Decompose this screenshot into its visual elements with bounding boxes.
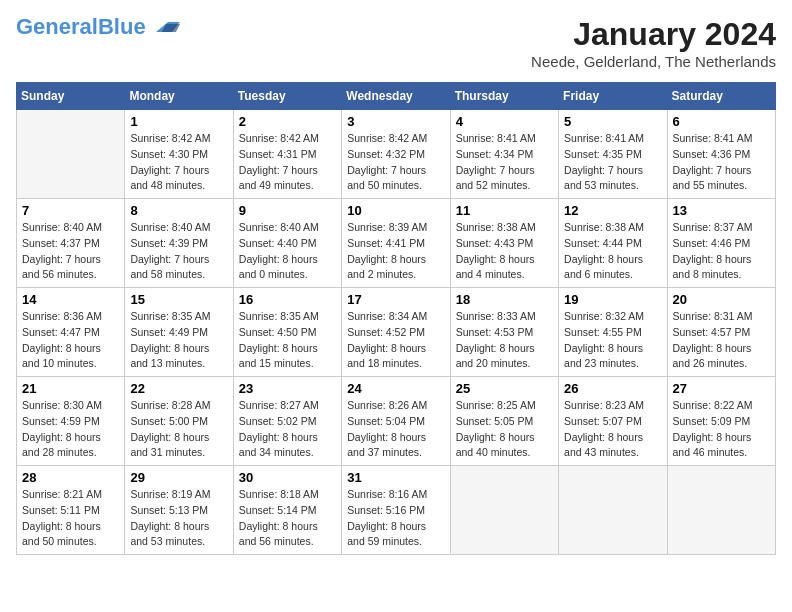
day-info: Sunrise: 8:33 AMSunset: 4:53 PMDaylight:…	[456, 309, 553, 372]
days-header-row: SundayMondayTuesdayWednesdayThursdayFrid…	[17, 83, 776, 110]
calendar-cell: 11Sunrise: 8:38 AMSunset: 4:43 PMDayligh…	[450, 199, 558, 288]
calendar-table: SundayMondayTuesdayWednesdayThursdayFrid…	[16, 82, 776, 555]
day-number: 5	[564, 114, 661, 129]
day-number: 23	[239, 381, 336, 396]
day-number: 6	[673, 114, 770, 129]
day-number: 31	[347, 470, 444, 485]
day-info: Sunrise: 8:36 AMSunset: 4:47 PMDaylight:…	[22, 309, 119, 372]
day-header-saturday: Saturday	[667, 83, 775, 110]
calendar-cell: 14Sunrise: 8:36 AMSunset: 4:47 PMDayligh…	[17, 288, 125, 377]
day-info: Sunrise: 8:23 AMSunset: 5:07 PMDaylight:…	[564, 398, 661, 461]
day-info: Sunrise: 8:39 AMSunset: 4:41 PMDaylight:…	[347, 220, 444, 283]
day-info: Sunrise: 8:37 AMSunset: 4:46 PMDaylight:…	[673, 220, 770, 283]
logo: GeneralBlue	[16, 16, 180, 38]
day-info: Sunrise: 8:40 AMSunset: 4:39 PMDaylight:…	[130, 220, 227, 283]
calendar-cell: 16Sunrise: 8:35 AMSunset: 4:50 PMDayligh…	[233, 288, 341, 377]
calendar-cell: 21Sunrise: 8:30 AMSunset: 4:59 PMDayligh…	[17, 377, 125, 466]
calendar-cell: 8Sunrise: 8:40 AMSunset: 4:39 PMDaylight…	[125, 199, 233, 288]
day-number: 16	[239, 292, 336, 307]
calendar-cell: 26Sunrise: 8:23 AMSunset: 5:07 PMDayligh…	[559, 377, 667, 466]
day-info: Sunrise: 8:30 AMSunset: 4:59 PMDaylight:…	[22, 398, 119, 461]
day-info: Sunrise: 8:32 AMSunset: 4:55 PMDaylight:…	[564, 309, 661, 372]
day-number: 10	[347, 203, 444, 218]
calendar-cell: 13Sunrise: 8:37 AMSunset: 4:46 PMDayligh…	[667, 199, 775, 288]
day-info: Sunrise: 8:41 AMSunset: 4:35 PMDaylight:…	[564, 131, 661, 194]
day-number: 29	[130, 470, 227, 485]
logo-icon	[148, 14, 180, 36]
calendar-cell: 10Sunrise: 8:39 AMSunset: 4:41 PMDayligh…	[342, 199, 450, 288]
day-number: 2	[239, 114, 336, 129]
day-info: Sunrise: 8:28 AMSunset: 5:00 PMDaylight:…	[130, 398, 227, 461]
title-block: January 2024 Neede, Gelderland, The Neth…	[531, 16, 776, 70]
day-info: Sunrise: 8:34 AMSunset: 4:52 PMDaylight:…	[347, 309, 444, 372]
day-number: 7	[22, 203, 119, 218]
day-number: 14	[22, 292, 119, 307]
calendar-cell: 23Sunrise: 8:27 AMSunset: 5:02 PMDayligh…	[233, 377, 341, 466]
day-number: 11	[456, 203, 553, 218]
day-info: Sunrise: 8:26 AMSunset: 5:04 PMDaylight:…	[347, 398, 444, 461]
day-number: 1	[130, 114, 227, 129]
day-header-monday: Monday	[125, 83, 233, 110]
day-info: Sunrise: 8:27 AMSunset: 5:02 PMDaylight:…	[239, 398, 336, 461]
day-info: Sunrise: 8:35 AMSunset: 4:50 PMDaylight:…	[239, 309, 336, 372]
day-number: 9	[239, 203, 336, 218]
week-row-0: 1Sunrise: 8:42 AMSunset: 4:30 PMDaylight…	[17, 110, 776, 199]
logo-blue: Blue	[98, 14, 146, 39]
day-header-thursday: Thursday	[450, 83, 558, 110]
day-number: 3	[347, 114, 444, 129]
calendar-cell: 25Sunrise: 8:25 AMSunset: 5:05 PMDayligh…	[450, 377, 558, 466]
day-number: 13	[673, 203, 770, 218]
day-number: 24	[347, 381, 444, 396]
day-number: 4	[456, 114, 553, 129]
calendar-cell: 29Sunrise: 8:19 AMSunset: 5:13 PMDayligh…	[125, 466, 233, 555]
day-number: 12	[564, 203, 661, 218]
day-info: Sunrise: 8:40 AMSunset: 4:37 PMDaylight:…	[22, 220, 119, 283]
day-info: Sunrise: 8:31 AMSunset: 4:57 PMDaylight:…	[673, 309, 770, 372]
calendar-cell: 20Sunrise: 8:31 AMSunset: 4:57 PMDayligh…	[667, 288, 775, 377]
calendar-cell: 6Sunrise: 8:41 AMSunset: 4:36 PMDaylight…	[667, 110, 775, 199]
calendar-cell	[559, 466, 667, 555]
day-info: Sunrise: 8:42 AMSunset: 4:31 PMDaylight:…	[239, 131, 336, 194]
day-header-wednesday: Wednesday	[342, 83, 450, 110]
location: Neede, Gelderland, The Netherlands	[531, 53, 776, 70]
day-number: 20	[673, 292, 770, 307]
day-info: Sunrise: 8:42 AMSunset: 4:32 PMDaylight:…	[347, 131, 444, 194]
calendar-cell	[17, 110, 125, 199]
day-info: Sunrise: 8:41 AMSunset: 4:36 PMDaylight:…	[673, 131, 770, 194]
day-number: 26	[564, 381, 661, 396]
calendar-cell	[667, 466, 775, 555]
calendar-cell: 12Sunrise: 8:38 AMSunset: 4:44 PMDayligh…	[559, 199, 667, 288]
day-number: 27	[673, 381, 770, 396]
week-row-3: 21Sunrise: 8:30 AMSunset: 4:59 PMDayligh…	[17, 377, 776, 466]
day-info: Sunrise: 8:25 AMSunset: 5:05 PMDaylight:…	[456, 398, 553, 461]
day-header-tuesday: Tuesday	[233, 83, 341, 110]
calendar-cell: 28Sunrise: 8:21 AMSunset: 5:11 PMDayligh…	[17, 466, 125, 555]
day-info: Sunrise: 8:18 AMSunset: 5:14 PMDaylight:…	[239, 487, 336, 550]
day-number: 30	[239, 470, 336, 485]
calendar-cell: 27Sunrise: 8:22 AMSunset: 5:09 PMDayligh…	[667, 377, 775, 466]
day-info: Sunrise: 8:35 AMSunset: 4:49 PMDaylight:…	[130, 309, 227, 372]
logo-general: General	[16, 14, 98, 39]
calendar-cell: 30Sunrise: 8:18 AMSunset: 5:14 PMDayligh…	[233, 466, 341, 555]
day-info: Sunrise: 8:16 AMSunset: 5:16 PMDaylight:…	[347, 487, 444, 550]
day-number: 18	[456, 292, 553, 307]
day-number: 17	[347, 292, 444, 307]
calendar-cell: 24Sunrise: 8:26 AMSunset: 5:04 PMDayligh…	[342, 377, 450, 466]
page-header: GeneralBlue January 2024 Neede, Gelderla…	[16, 16, 776, 70]
week-row-1: 7Sunrise: 8:40 AMSunset: 4:37 PMDaylight…	[17, 199, 776, 288]
calendar-cell: 2Sunrise: 8:42 AMSunset: 4:31 PMDaylight…	[233, 110, 341, 199]
day-header-sunday: Sunday	[17, 83, 125, 110]
day-info: Sunrise: 8:22 AMSunset: 5:09 PMDaylight:…	[673, 398, 770, 461]
calendar-cell: 15Sunrise: 8:35 AMSunset: 4:49 PMDayligh…	[125, 288, 233, 377]
day-info: Sunrise: 8:42 AMSunset: 4:30 PMDaylight:…	[130, 131, 227, 194]
calendar-cell	[450, 466, 558, 555]
day-number: 8	[130, 203, 227, 218]
calendar-cell: 1Sunrise: 8:42 AMSunset: 4:30 PMDaylight…	[125, 110, 233, 199]
day-info: Sunrise: 8:38 AMSunset: 4:44 PMDaylight:…	[564, 220, 661, 283]
calendar-cell: 4Sunrise: 8:41 AMSunset: 4:34 PMDaylight…	[450, 110, 558, 199]
calendar-cell: 7Sunrise: 8:40 AMSunset: 4:37 PMDaylight…	[17, 199, 125, 288]
day-number: 15	[130, 292, 227, 307]
day-number: 21	[22, 381, 119, 396]
calendar-cell: 19Sunrise: 8:32 AMSunset: 4:55 PMDayligh…	[559, 288, 667, 377]
month-title: January 2024	[531, 16, 776, 53]
